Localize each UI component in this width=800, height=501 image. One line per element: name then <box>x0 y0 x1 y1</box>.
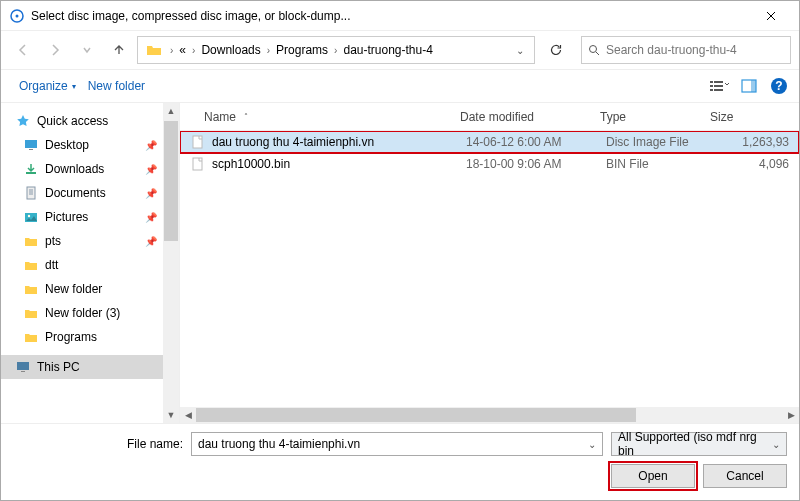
refresh-button[interactable] <box>541 36 571 64</box>
svg-rect-8 <box>714 89 723 91</box>
filename-value: dau truong thu 4-taimienphi.vn <box>198 437 360 451</box>
sidebar-item-folder[interactable]: New folder <box>1 277 163 301</box>
file-size: 1,263,93 <box>716 135 799 149</box>
svg-rect-4 <box>714 81 723 83</box>
column-size[interactable]: Size <box>710 110 799 124</box>
sort-indicator-icon: ˄ <box>244 112 248 121</box>
svg-rect-5 <box>710 85 713 87</box>
title-bar: Select disc image, compressed disc image… <box>1 1 799 31</box>
horizontal-scrollbar[interactable]: ◀ ▶ <box>180 407 799 423</box>
chevron-right-icon[interactable]: › <box>330 45 341 56</box>
file-row[interactable]: scph10000.bin 18-10-00 9:06 AM BIN File … <box>180 153 799 175</box>
preview-pane-button[interactable] <box>735 74 763 98</box>
star-icon <box>15 113 31 129</box>
scroll-left-icon[interactable]: ◀ <box>180 410 196 420</box>
address-bar[interactable]: › « › Downloads › Programs › dau-truong-… <box>137 36 535 64</box>
recent-dropdown[interactable] <box>73 36 101 64</box>
breadcrumb-ellipsis[interactable]: « <box>177 43 188 57</box>
sidebar-item-pictures[interactable]: Pictures📌 <box>1 205 163 229</box>
file-size: 4,096 <box>716 157 799 171</box>
svg-rect-19 <box>193 136 202 148</box>
cancel-button[interactable]: Cancel <box>703 464 787 488</box>
svg-rect-11 <box>25 140 37 148</box>
sidebar-item-desktop[interactable]: Desktop📌 <box>1 133 163 157</box>
column-name[interactable]: Name˄ <box>180 110 460 124</box>
file-icon <box>190 134 206 150</box>
file-row[interactable]: dau truong thu 4-taimienphi.vn 14-06-12 … <box>180 131 799 153</box>
chevron-right-icon[interactable]: › <box>166 45 177 56</box>
sidebar-scrollbar[interactable]: ▲ ▼ <box>163 103 179 423</box>
help-button[interactable]: ? <box>771 78 787 94</box>
sidebar-quick-access[interactable]: Quick access <box>1 109 163 133</box>
svg-rect-18 <box>21 371 25 372</box>
search-icon <box>588 44 600 56</box>
breadcrumb-part[interactable]: dau-truong-thu-4 <box>341 43 434 57</box>
chevron-down-icon: ⌄ <box>772 439 780 450</box>
search-input[interactable]: Search dau-truong-thu-4 <box>581 36 791 64</box>
svg-point-2 <box>590 46 597 53</box>
sidebar-item-folder[interactable]: Programs <box>1 325 163 349</box>
file-type: Disc Image File <box>606 135 716 149</box>
filename-input[interactable]: dau truong thu 4-taimienphi.vn ⌄ <box>191 432 603 456</box>
main-area: Quick access Desktop📌 Downloads📌 Documen… <box>1 103 799 423</box>
address-dropdown[interactable]: ⌄ <box>510 45 530 56</box>
column-headers: Name˄ Date modified Type Size <box>180 103 799 131</box>
scrollbar-thumb[interactable] <box>196 408 636 422</box>
back-button[interactable] <box>9 36 37 64</box>
sidebar: Quick access Desktop📌 Downloads📌 Documen… <box>1 103 179 423</box>
breadcrumb-part[interactable]: Programs <box>274 43 330 57</box>
up-button[interactable] <box>105 36 133 64</box>
chevron-right-icon[interactable]: › <box>188 45 199 56</box>
pictures-icon <box>23 209 39 225</box>
new-folder-button[interactable]: New folder <box>82 75 151 97</box>
svg-rect-12 <box>29 149 33 150</box>
footer: File name: dau truong thu 4-taimienphi.v… <box>1 423 799 500</box>
svg-rect-13 <box>26 172 36 174</box>
svg-rect-6 <box>714 85 723 87</box>
svg-point-1 <box>16 14 19 17</box>
forward-button[interactable] <box>41 36 69 64</box>
column-type[interactable]: Type <box>600 110 710 124</box>
view-options-button[interactable] <box>705 74 733 98</box>
breadcrumb-part[interactable]: Downloads <box>199 43 262 57</box>
pc-icon <box>15 359 31 375</box>
scroll-down-icon[interactable]: ▼ <box>163 407 179 423</box>
chevron-down-icon[interactable]: ⌄ <box>588 439 596 450</box>
pin-icon: 📌 <box>145 212 157 223</box>
scroll-up-icon[interactable]: ▲ <box>163 103 179 119</box>
pin-icon: 📌 <box>145 140 157 151</box>
scroll-right-icon[interactable]: ▶ <box>783 410 799 420</box>
file-name: dau truong thu 4-taimienphi.vn <box>212 135 466 149</box>
file-name: scph10000.bin <box>212 157 466 171</box>
sidebar-item-documents[interactable]: Documents📌 <box>1 181 163 205</box>
sidebar-item-folder[interactable]: pts📌 <box>1 229 163 253</box>
folder-icon <box>23 281 39 297</box>
folder-icon <box>23 305 39 321</box>
svg-rect-10 <box>751 80 756 92</box>
svg-rect-7 <box>710 89 713 91</box>
downloads-icon <box>23 161 39 177</box>
close-button[interactable] <box>751 2 791 30</box>
pin-icon: 📌 <box>145 188 157 199</box>
organize-menu[interactable]: Organize▾ <box>13 75 82 97</box>
pin-icon: 📌 <box>145 164 157 175</box>
column-date[interactable]: Date modified <box>460 110 600 124</box>
file-icon <box>190 156 206 172</box>
file-list: dau truong thu 4-taimienphi.vn 14-06-12 … <box>180 131 799 407</box>
chevron-right-icon[interactable]: › <box>263 45 274 56</box>
open-button[interactable]: Open <box>611 464 695 488</box>
app-icon <box>9 8 25 24</box>
filename-label: File name: <box>13 437 183 451</box>
sidebar-item-downloads[interactable]: Downloads📌 <box>1 157 163 181</box>
file-type: BIN File <box>606 157 716 171</box>
chevron-down-icon: ▾ <box>72 82 76 91</box>
sidebar-item-folder[interactable]: dtt <box>1 253 163 277</box>
toolbar: Organize▾ New folder ? <box>1 69 799 103</box>
folder-icon <box>146 42 162 58</box>
file-date: 18-10-00 9:06 AM <box>466 157 606 171</box>
sidebar-item-folder[interactable]: New folder (3) <box>1 301 163 325</box>
sidebar-this-pc[interactable]: This PC <box>1 355 163 379</box>
filetype-filter[interactable]: All Supported (iso mdf nrg bin ⌄ <box>611 432 787 456</box>
folder-icon <box>23 257 39 273</box>
scrollbar-thumb[interactable] <box>164 121 178 241</box>
